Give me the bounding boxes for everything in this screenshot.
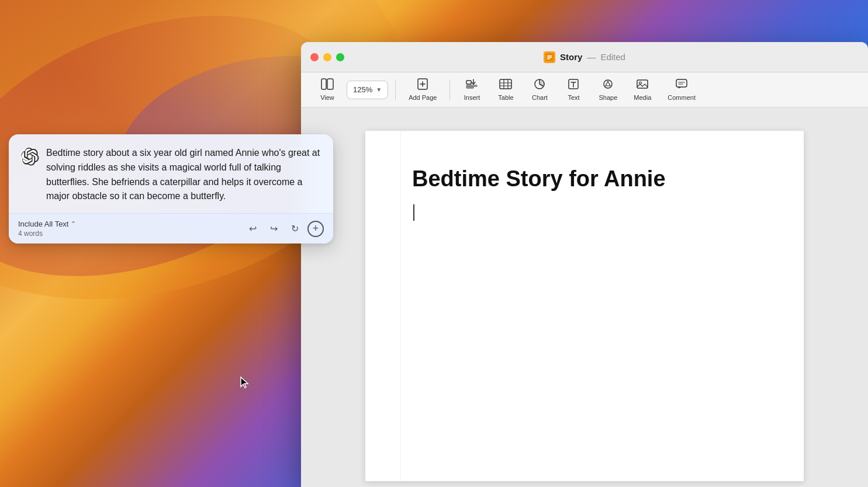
add-button[interactable]: + [307, 221, 324, 237]
document-page[interactable]: Bedtime Story for Annie [365, 131, 804, 481]
svg-rect-5 [327, 79, 333, 89]
window-edited-label: Edited [600, 52, 625, 62]
text-button[interactable]: Text [559, 75, 588, 105]
chatgpt-panel: Bedtime story about a six year old girl … [9, 134, 333, 244]
word-count: 4 words [18, 229, 76, 238]
comment-label: Comment [668, 94, 696, 101]
chart-button[interactable]: Chart [525, 75, 554, 105]
undo-button[interactable]: ↩ [244, 221, 261, 237]
comment-button[interactable]: Comment [662, 75, 701, 105]
shape-icon [601, 78, 614, 92]
chart-icon [533, 78, 546, 92]
zoom-value: 125% [353, 85, 372, 94]
pages-window: Story — Edited View 125% ▼ [301, 42, 868, 487]
include-all-text[interactable]: Include All Text ⌃ [18, 220, 76, 228]
zoom-control[interactable]: 125% ▼ [347, 81, 388, 99]
minimize-button[interactable] [323, 53, 331, 61]
toolbar-separator-1 [395, 79, 396, 100]
insert-icon [465, 78, 478, 92]
chat-message-text: Bedtime story about a six year old girl … [46, 146, 321, 204]
chat-footer: Include All Text ⌃ 4 words ↩ ↪ ↻ + [9, 213, 333, 244]
shape-label: Shape [599, 94, 617, 101]
svg-rect-29 [676, 79, 687, 87]
media-label: Media [634, 94, 651, 101]
table-button[interactable]: Table [491, 75, 520, 105]
svg-rect-4 [321, 79, 326, 89]
svg-point-28 [639, 82, 642, 84]
svg-rect-2 [547, 57, 552, 58]
text-label: Text [568, 94, 579, 101]
window-title-area: Story — Edited [544, 51, 625, 63]
chat-message-area: Bedtime story about a six year old girl … [9, 134, 333, 213]
svg-rect-10 [466, 85, 477, 86]
chart-label: Chart [532, 94, 548, 101]
svg-rect-9 [466, 81, 471, 84]
redo-button[interactable]: ↪ [265, 221, 282, 237]
comment-icon [675, 78, 688, 92]
close-button[interactable] [310, 53, 319, 61]
chat-footer-actions: ↩ ↪ ↻ + [244, 221, 324, 237]
include-chevron-icon: ⌃ [71, 220, 76, 228]
document-title[interactable]: Bedtime Story for Annie [412, 166, 757, 193]
view-icon [321, 78, 334, 92]
svg-rect-3 [547, 58, 550, 60]
maximize-button[interactable] [336, 53, 344, 61]
document-icon [544, 51, 555, 63]
window-title: Story [560, 52, 582, 62]
refresh-button[interactable]: ↻ [286, 221, 303, 237]
window-separator: — [587, 52, 596, 62]
add-page-icon [416, 78, 429, 92]
view-label: View [320, 94, 334, 101]
toolbar-separator-2 [449, 79, 450, 100]
svg-rect-11 [466, 87, 473, 88]
add-page-label: Add Page [409, 94, 437, 101]
chat-footer-left: Include All Text ⌃ 4 words [18, 220, 76, 238]
view-button[interactable]: View [313, 75, 342, 105]
text-cursor [413, 204, 414, 221]
shape-button[interactable]: Shape [593, 75, 623, 105]
margin-line [400, 131, 401, 481]
openai-avatar [20, 147, 39, 166]
svg-rect-27 [637, 80, 648, 88]
table-label: Table [498, 94, 513, 101]
title-bar: Story — Edited [301, 42, 868, 72]
svg-rect-15 [500, 79, 511, 89]
svg-point-32 [20, 147, 39, 166]
svg-rect-1 [547, 55, 552, 57]
insert-label: Insert [464, 94, 480, 101]
document-area[interactable]: Bedtime Story for Annie [301, 107, 868, 487]
toolbar: View 125% ▼ Add Page [301, 72, 868, 107]
zoom-chevron-icon: ▼ [376, 86, 382, 93]
window-controls [310, 53, 344, 61]
add-page-button[interactable]: Add Page [403, 75, 442, 105]
insert-button[interactable]: Insert [457, 75, 486, 105]
text-icon [567, 78, 580, 92]
media-button[interactable]: Media [628, 75, 657, 105]
media-icon [636, 78, 649, 92]
table-icon [499, 78, 512, 92]
chat-message: Bedtime story about a six year old girl … [20, 146, 321, 204]
